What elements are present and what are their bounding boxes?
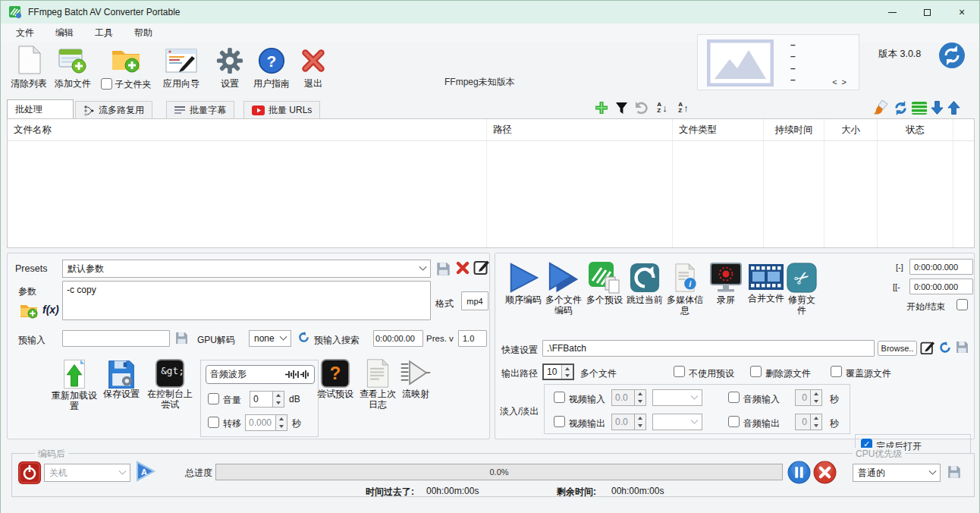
output-folder-input[interactable]: .\FFBatch (542, 340, 875, 357)
spinner-arrows[interactable] (561, 365, 573, 379)
add-folder-button[interactable] (20, 302, 38, 321)
video-fadeout-stepper[interactable]: 0.0 (611, 414, 646, 430)
sort-asc-button[interactable]: AZ ↓ (653, 99, 671, 117)
search-time-input[interactable]: 0:00:00.00 (373, 330, 423, 347)
sort-desc-button[interactable]: AZ ↑ (674, 99, 693, 117)
undo-button[interactable] (632, 99, 650, 117)
start-end-checkbox[interactable] (956, 299, 968, 310)
stream-map-button[interactable]: 流映射 (399, 358, 432, 399)
browse-button[interactable]: Browse.. (878, 341, 917, 356)
reload-settings-button[interactable]: 重新加载设置 (50, 358, 99, 411)
try-console-button[interactable]: &gt;_ 在控制台上尝试 (146, 358, 194, 410)
clear-list-button[interactable]: 清除列表 (7, 43, 51, 89)
subfolders-checkbox[interactable] (101, 78, 112, 90)
shutdown-button[interactable] (18, 461, 41, 486)
tab-mux[interactable]: 流多路复用 (75, 101, 152, 118)
clean-button[interactable] (872, 99, 890, 117)
audio-waveform-button[interactable]: 音频波形 (206, 365, 315, 384)
add-files-button[interactable]: 添加文件 (51, 43, 95, 89)
menu-help[interactable]: 帮助 (131, 25, 155, 41)
spinner-arrows[interactable] (275, 415, 287, 430)
no-preset-checkbox[interactable] (674, 366, 685, 377)
cancel-button[interactable] (813, 461, 837, 486)
save-priority-button[interactable] (947, 464, 962, 482)
check-update-button[interactable] (938, 42, 966, 71)
view-log-button[interactable]: 查看上次日志 (357, 358, 399, 410)
spinner-arrows[interactable] (634, 414, 645, 430)
delete-preset-button[interactable] (455, 260, 470, 278)
move-up-button[interactable] (944, 99, 963, 117)
multi-file-encode-button[interactable]: 多个文件编码 (545, 261, 582, 316)
audio-fadein-checkbox[interactable] (728, 392, 740, 403)
params-input[interactable]: -c copy (62, 281, 431, 320)
menu-edit[interactable]: 编辑 (52, 25, 77, 41)
audio-fadein-stepper[interactable]: 0 (795, 389, 822, 406)
video-fadeout-checkbox[interactable] (554, 416, 565, 427)
spinner-arrows[interactable] (272, 392, 284, 407)
overwrite-source-checkbox[interactable] (831, 366, 842, 377)
settings-button[interactable]: 设置 (212, 43, 248, 89)
audio-fadeout-stepper[interactable]: 0 (795, 414, 822, 430)
volume-stepper[interactable]: 0 (250, 391, 284, 408)
video-fadeout-type-select[interactable] (652, 414, 702, 430)
exit-button[interactable]: 退出 (297, 43, 330, 89)
multi-preset-button[interactable]: 多个预设 (586, 261, 623, 305)
tab-subtitles[interactable]: 批量字幕 (166, 101, 234, 118)
add-row-button[interactable] (592, 99, 611, 117)
list-view-button[interactable] (910, 99, 928, 117)
file-table[interactable]: 文件名称 路径 文件类型 持续时间 大小 状态 (7, 118, 975, 248)
edit-path-button[interactable] (920, 340, 935, 357)
try-preset-button[interactable]: ? 尝试预设 (314, 358, 357, 399)
save-settings-button[interactable]: 保存设置 (100, 358, 143, 399)
cpu-priority-select[interactable]: 普通的 (853, 464, 941, 482)
spinner-arrows[interactable] (634, 390, 645, 405)
subfolders-toggle[interactable]: 子文件夹 (95, 43, 157, 90)
spinner-arrows[interactable] (810, 390, 821, 405)
menu-file[interactable]: 文件 (13, 25, 37, 41)
video-fadein-stepper[interactable]: 0.0 (611, 389, 646, 406)
refresh-list-button[interactable] (891, 99, 909, 117)
fx-button[interactable]: f(x) (42, 304, 59, 316)
record-screen-button[interactable]: 录屏 (706, 261, 746, 305)
wizard-button[interactable]: 应用向导 (157, 43, 206, 89)
minimize-button[interactable] (875, 1, 909, 24)
pause-button[interactable] (787, 461, 811, 486)
delete-source-checkbox[interactable] (750, 366, 762, 377)
start-time-input[interactable]: 0:00:00.000 (909, 279, 973, 294)
filter-button[interactable] (612, 99, 630, 117)
save-preset-button[interactable] (435, 261, 451, 279)
after-encode-select[interactable]: 关机 (44, 464, 130, 482)
volume-checkbox[interactable] (208, 393, 219, 404)
reset-path-button[interactable] (938, 341, 952, 357)
preset-select[interactable]: 默认参数 (62, 260, 431, 278)
save-path-button[interactable] (955, 340, 969, 357)
next-button[interactable]: > (842, 77, 851, 87)
audio-fadeout-checkbox[interactable] (728, 416, 740, 427)
move-down-button[interactable] (928, 99, 946, 117)
tab-urls[interactable]: 批量 URLs (243, 101, 320, 118)
refresh-preinput-button[interactable] (297, 331, 310, 346)
join-files-button[interactable]: 合并文件 (747, 261, 785, 304)
edit-preset-button[interactable] (473, 259, 490, 278)
close-button[interactable]: × (944, 1, 979, 24)
shift-checkbox[interactable] (208, 417, 219, 428)
media-info-button[interactable]: i 多媒体信息 (664, 261, 706, 316)
spinner-arrows[interactable] (810, 414, 821, 430)
gpu-decode-select[interactable]: none (249, 330, 291, 347)
skip-current-button[interactable]: 跳过当前 (626, 261, 664, 305)
auto-start-button[interactable]: A (135, 461, 156, 484)
menu-tools[interactable]: 工具 (92, 25, 116, 41)
tab-batch[interactable]: 批处理 (7, 99, 74, 118)
format-input[interactable]: mp4 (461, 291, 488, 310)
user-guide-button[interactable]: ? 用户指南 (250, 43, 294, 89)
maximize-button[interactable] (909, 1, 944, 24)
video-fadein-checkbox[interactable] (554, 392, 565, 403)
simultaneous-stepper[interactable]: 10 (542, 364, 574, 380)
video-fadein-type-select[interactable] (652, 389, 702, 406)
trim-files-button[interactable]: ✂ 修剪文件 (787, 261, 817, 316)
preinput-input[interactable] (62, 330, 170, 347)
pres-version-input[interactable]: 1.0 (458, 330, 487, 347)
save-preinput-button[interactable] (174, 331, 189, 348)
end-time-input[interactable]: 0:00:00.000 (909, 259, 973, 275)
prev-button[interactable]: < (832, 77, 841, 87)
